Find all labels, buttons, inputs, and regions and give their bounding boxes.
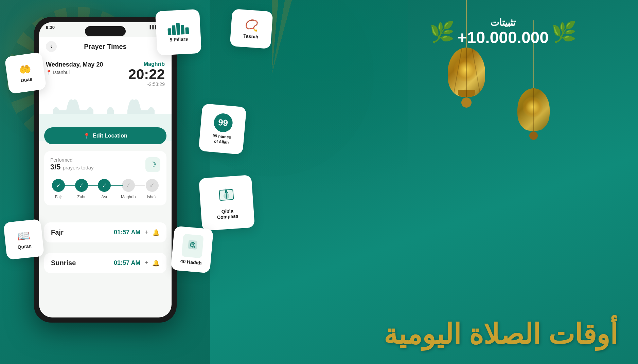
feature-card-pillars[interactable]: 5 Pillars [155, 9, 202, 56]
status-time: 9:30 [46, 25, 55, 30]
prayer-check-ishaa: ✓ Isha'a [146, 179, 159, 199]
back-button[interactable]: ‹ [46, 41, 57, 52]
fajr-label: Fajr [55, 195, 62, 199]
prayer-check-maghrib: ✓ Maghrib [121, 179, 136, 199]
calendar-crescent-icon: ☽ [149, 160, 156, 169]
99names-icon: 99 [213, 113, 233, 133]
performed-count: 3/5 prayers today [50, 163, 94, 171]
location-row: 📍 Istanbul [46, 70, 103, 75]
next-prayer: Maghrib 20:22 -2:53:29 [128, 61, 165, 87]
laurel-wreath: 🌿 تثبيتات +10.000.000 🌿 [429, 17, 577, 47]
line-pending [123, 185, 145, 186]
date-location-left: Wednesday, May 20 📍 Istanbul [46, 61, 103, 75]
back-icon: ‹ [50, 43, 52, 50]
prayer-check-fajr: ✓ Fajr [52, 179, 65, 199]
qibla-icon [215, 186, 237, 207]
next-prayer-time: 20:22 [128, 67, 165, 81]
phone-screen: 9:30 ▐▐▐ ▲ ▮ ‹ Prayer Times [39, 22, 172, 317]
laurel-right-icon: 🌿 [551, 20, 577, 44]
asr-label: Asr [101, 195, 107, 199]
fajr-check-circle: ✓ [52, 179, 65, 192]
quran-label: Quran [17, 243, 32, 250]
sunrise-bell-icon[interactable]: 🔔 [152, 259, 160, 267]
hadith-label: 40 Hadith [180, 258, 202, 266]
app-header: ‹ Prayer Times [39, 37, 172, 56]
edit-location-button[interactable]: 📍 Edit Location [44, 127, 166, 144]
header-title: Prayer Times [57, 43, 154, 51]
ishaa-label: Isha'a [147, 195, 158, 199]
count-value: 3/5 [50, 163, 61, 171]
laurel-left-icon: 🌿 [429, 20, 455, 44]
feature-card-99names[interactable]: 99 99 namesof Allah [198, 104, 247, 155]
fajr-bell-icon[interactable]: 🔔 [152, 229, 160, 236]
date-location-row: Wednesday, May 20 📍 Istanbul Maghrib 20:… [46, 61, 165, 87]
edit-location-label: Edit Location [93, 133, 127, 139]
countdown: -2:53:29 [128, 81, 165, 87]
phone-mockup: 9:30 ▐▐▐ ▲ ▮ ‹ Prayer Times [34, 17, 177, 343]
svg-text:☽: ☽ [191, 243, 194, 247]
location-icon: 📍 [83, 133, 90, 139]
arabic-title: أوقات الصلاة اليومية [384, 318, 618, 350]
lantern-1 [448, 0, 485, 108]
fajr-time: 01:57 AM [114, 229, 140, 236]
tasbih-label: Tasbih [243, 33, 259, 39]
zuhr-label: Zuhr [77, 195, 86, 199]
feature-card-qibla[interactable]: QiblaCompass [199, 175, 255, 231]
install-arabic-label: تثبيتات [458, 17, 549, 28]
feature-card-quran[interactable]: 📖 Quran [3, 219, 45, 260]
ishaa-check-circle: ✓ [146, 179, 159, 192]
prayer-check-asr: ✓ Asr [98, 179, 111, 199]
calendar-icon: ☽ [145, 157, 160, 172]
location-name: Istanbul [53, 70, 70, 75]
performed-label: Performed [50, 157, 94, 163]
prayer-progress-section: Performed 3/5 prayers today ☽ [44, 151, 166, 205]
prayer-row-fajr: Fajr 01:57 AM + 🔔 [44, 222, 166, 242]
quran-icon: 📖 [17, 229, 30, 242]
banner-content: Wednesday, May 20 📍 Istanbul Maghrib 20:… [39, 56, 172, 87]
performed-info: Performed 3/5 prayers today [50, 157, 94, 171]
hadith-icon: ☽ [181, 234, 204, 258]
sunrise-row-actions: 01:57 AM + 🔔 [114, 259, 160, 267]
qibla-label: QiblaCompass [216, 208, 238, 220]
install-number: +10.000.000 [458, 28, 549, 47]
date-text: Wednesday, May 20 [46, 61, 103, 68]
install-badge: 🌿 تثبيتات +10.000.000 🌿 [429, 17, 577, 47]
sunrise-time: 01:57 AM [114, 259, 140, 267]
count-suffix: prayers today [63, 165, 94, 170]
feature-card-hadith[interactable]: ☽ 40 Hadith [171, 226, 214, 273]
feature-card-tasbih[interactable]: 📿 Tasbih [230, 9, 273, 49]
maghrib-label: Maghrib [121, 195, 136, 199]
sunrise-add-icon[interactable]: + [144, 259, 148, 267]
duas-label: Duas [20, 76, 33, 83]
signal-icon: ▐▐▐ [148, 25, 156, 29]
prayer-checkboxes: ✓ Fajr ✓ Zuhr ✓ Asr ✓ Ma [50, 179, 160, 199]
phone-frame: 9:30 ▐▐▐ ▲ ▮ ‹ Prayer Times [34, 17, 177, 323]
location-pin-icon: 📍 [46, 70, 52, 75]
tasbih-icon: 📿 [244, 18, 259, 32]
prayer-checkbox-row: ✓ Fajr ✓ Zuhr ✓ Asr ✓ Ma [50, 179, 160, 199]
fajr-add-icon[interactable]: + [144, 229, 148, 236]
pillars-label: 5 Pillars [170, 36, 188, 42]
fajr-row-name: Fajr [51, 229, 64, 236]
prayer-progress-header: Performed 3/5 prayers today ☽ [50, 157, 160, 172]
five-pillars-icon [167, 22, 189, 35]
phone-notch [85, 26, 126, 36]
feature-card-duas[interactable]: 🤲 Duas [4, 52, 47, 94]
fajr-row-actions: 01:57 AM + 🔔 [114, 229, 160, 236]
prayer-check-zuhr: ✓ Zuhr [75, 179, 88, 199]
99names-label: 99 namesof Allah [212, 133, 231, 145]
99names-number: 99 [218, 117, 229, 128]
sunrise-row-name: Sunrise [51, 259, 76, 267]
duas-icon: 🤲 [18, 63, 32, 76]
install-text: تثبيتات +10.000.000 [458, 17, 549, 47]
prayer-row-sunrise: Sunrise 01:57 AM + 🔔 [44, 253, 166, 273]
